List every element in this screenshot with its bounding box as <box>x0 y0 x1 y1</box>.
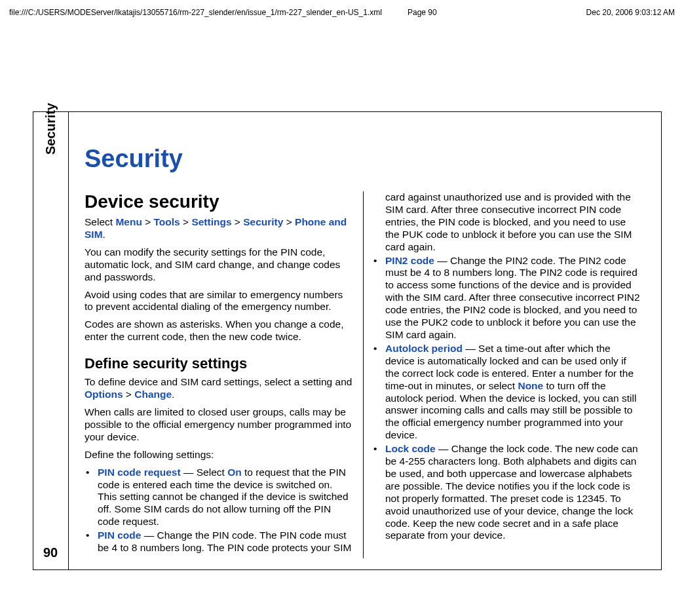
setting-autolock-period: Autolock period <box>385 343 463 354</box>
list-item: • PIN2 code — Change the PIN2 code. The … <box>372 255 641 341</box>
list-item: • Autolock period — Set a time-out after… <box>372 343 641 442</box>
text-fragment: — Change the lock code. The new code can… <box>385 443 638 541</box>
setting-pin2-code: PIN2 code <box>385 255 434 266</box>
text-fragment: To define device and SIM card settings, … <box>85 376 352 387</box>
hl-options: Options <box>85 389 123 400</box>
navigation-path: Select Menu > Tools > Settings > Securit… <box>85 216 354 241</box>
bullet-icon: • <box>373 255 377 267</box>
nav-sep: > <box>283 216 295 227</box>
paragraph: To define device and SIM card settings, … <box>85 376 354 401</box>
nav-sep: > <box>180 216 192 227</box>
hl-none: None <box>518 380 543 391</box>
text-fragment: — Select <box>181 467 228 478</box>
nav-menu: Menu <box>115 216 142 227</box>
nav-security: Security <box>243 216 283 227</box>
page-content: Security Device security Select Menu > T… <box>85 145 641 556</box>
text-fragment: — Change the PIN2 code. The PIN2 code mu… <box>385 255 640 340</box>
text-fragment: . <box>172 389 174 400</box>
header-page-label: Page 90 <box>408 8 437 17</box>
bullet-icon: • <box>86 529 89 542</box>
nav-settings: Settings <box>191 216 231 227</box>
page-number: 90 <box>43 545 58 560</box>
bullet-icon: • <box>86 467 89 479</box>
side-tab: Security 90 <box>33 111 69 570</box>
section-heading-device-security: Device security <box>85 191 354 212</box>
paragraph: Define the following settings: <box>85 449 354 461</box>
nav-tools: Tools <box>154 216 180 227</box>
subsection-heading-define-security: Define security settings <box>85 355 354 372</box>
nav-prefix: Select <box>85 216 115 227</box>
nav-sep: > <box>142 216 154 227</box>
page-frame: Security 90 Security Device security Sel… <box>33 111 662 570</box>
setting-pin-code: PIN code <box>98 529 141 541</box>
paragraph: You can modify the security settings for… <box>85 246 354 284</box>
list-item: • Lock code — Change the lock code. The … <box>372 443 641 542</box>
header-file-path: file:///C:/USERS/MODEServer/lkatajis/130… <box>9 8 382 17</box>
bullet-icon: • <box>373 343 377 355</box>
hl-change: Change <box>134 389 172 400</box>
setting-lock-code: Lock code <box>385 443 436 454</box>
setting-pin-code-request: PIN code request <box>98 467 181 478</box>
paragraph: Codes are shown as asterisks. When you c… <box>85 318 354 343</box>
hl-on: On <box>227 467 242 478</box>
nav-sep: > <box>232 216 244 227</box>
list-item: • PIN code request — Select On to reques… <box>85 467 354 529</box>
print-header: file:///C:/USERS/MODEServer/lkatajis/130… <box>9 8 675 17</box>
header-datetime: Dec 20, 2006 9:03:12 AM <box>586 8 675 17</box>
paragraph: When calls are limited to closed user gr… <box>85 406 354 444</box>
side-tab-section-label: Security <box>43 103 58 155</box>
nav-suffix: . <box>103 229 105 240</box>
page-title: Security <box>85 145 641 173</box>
paragraph: Avoid using codes that are similar to em… <box>85 289 354 314</box>
text-columns: Device security Select Menu > Tools > Se… <box>85 191 641 558</box>
nav-sep: > <box>123 389 135 400</box>
bullet-icon: • <box>373 443 377 455</box>
